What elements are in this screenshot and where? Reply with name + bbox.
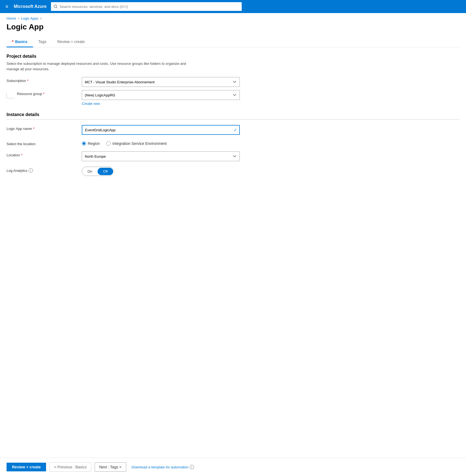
location-required-mark: * [21, 153, 22, 157]
resource-group-select[interactable]: (New) LogicAppRG [82, 90, 240, 100]
toggle-off-button[interactable]: Off [98, 168, 113, 175]
radio-region[interactable]: Region [82, 141, 100, 146]
log-analytics-info-icon[interactable]: i [29, 168, 33, 173]
subscription-label: Subscription * [7, 77, 77, 83]
create-new-link[interactable]: Create new [82, 102, 100, 106]
tab-basics[interactable]: Basics [7, 37, 33, 47]
logic-app-name-control: ✓ [82, 125, 240, 135]
breadcrumb: Home > Logic Apps > [0, 13, 466, 20]
radio-region-input[interactable] [82, 141, 86, 146]
instance-divider [7, 119, 459, 120]
location-control: North Europe [82, 151, 240, 161]
subscription-row: Subscription * MCT - Visual Studio Enter… [7, 77, 459, 87]
footer-bar: Review + create < Previous : Basics Next… [0, 458, 466, 476]
breadcrumb-home[interactable]: Home [7, 16, 16, 20]
logic-app-name-input[interactable] [82, 125, 240, 135]
radio-ise[interactable]: Integration Service Environment [106, 141, 167, 146]
location-type-label: Select the location [7, 140, 77, 146]
review-create-button[interactable]: Review + create [7, 463, 46, 471]
location-row: Location * North Europe [7, 151, 459, 161]
resource-group-label: Resource group * [17, 92, 44, 96]
download-info-icon[interactable]: i [190, 465, 194, 469]
tab-nav: Basics Tags Review + create [7, 37, 459, 47]
next-tags-button[interactable]: Next : Tags > [95, 462, 126, 472]
location-select[interactable]: North Europe [82, 151, 240, 161]
page-title: Logic App [0, 20, 466, 37]
instance-details-heading: Instance details [7, 112, 459, 117]
input-check-icon: ✓ [234, 127, 237, 133]
log-analytics-row: Log Analytics i On Off [7, 167, 459, 176]
project-details-heading: Project details [7, 54, 459, 59]
app-name-required-mark: * [33, 127, 34, 131]
download-template-label: Download a template for automation [132, 465, 189, 469]
breadcrumb-sep-2: > [40, 17, 42, 20]
location-label: Location * [7, 151, 77, 157]
svg-point-0 [54, 5, 57, 8]
subscription-select[interactable]: MCT - Visual Studio Enterprise-Abonnemen… [82, 77, 240, 87]
project-details-section: Project details Select the subscription … [7, 54, 459, 106]
location-radio-group: Region Integration Service Environment [82, 140, 240, 146]
instance-details-section: Instance details Logic App name * ✓ Sele… [7, 112, 459, 176]
radio-region-label: Region [88, 141, 100, 146]
location-type-row: Select the location Region Integration S… [7, 140, 459, 146]
subscription-required-mark: * [27, 79, 29, 83]
main-content: Basics Tags Review + create Project deta… [0, 37, 466, 458]
toggle-on-button[interactable]: On [82, 168, 98, 175]
breadcrumb-sep-1: > [18, 17, 19, 20]
brand-name: Microsoft Azure [14, 4, 47, 9]
logic-app-name-input-wrapper: ✓ [82, 125, 240, 135]
resource-group-label-col: Resource group * [7, 90, 77, 98]
previous-basics-button[interactable]: < Previous : Basics [49, 462, 91, 472]
search-input[interactable] [60, 5, 239, 9]
log-analytics-label: Log Analytics i [7, 167, 77, 173]
log-analytics-control: On Off [82, 167, 240, 176]
project-details-desc: Select the subscription to manage deploy… [7, 61, 197, 72]
subscription-control: MCT - Visual Studio Enterprise-Abonnemen… [82, 77, 240, 87]
search-icon [54, 5, 58, 8]
tab-review-create[interactable]: Review + create [52, 37, 90, 47]
tab-tags[interactable]: Tags [33, 37, 52, 47]
download-template-link[interactable]: Download a template for automation i [132, 465, 194, 469]
svg-line-1 [56, 7, 57, 8]
radio-ise-label: Integration Service Environment [112, 141, 167, 146]
logic-app-name-label: Logic App name * [7, 125, 77, 131]
resource-group-row: Resource group * (New) LogicAppRG Create… [7, 90, 459, 106]
resource-group-control: (New) LogicAppRG Create new [82, 90, 240, 106]
top-navbar: ≡ Microsoft Azure [0, 0, 466, 13]
search-bar [51, 2, 242, 11]
radio-ise-input[interactable] [106, 141, 111, 146]
log-analytics-toggle: On Off [82, 167, 113, 176]
logic-app-name-row: Logic App name * ✓ [7, 125, 459, 135]
breadcrumb-logic-apps[interactable]: Logic Apps [21, 16, 38, 20]
resource-group-required-mark: * [43, 92, 44, 96]
location-type-control: Region Integration Service Environment [82, 140, 240, 146]
hamburger-menu-icon[interactable]: ≡ [4, 3, 10, 11]
